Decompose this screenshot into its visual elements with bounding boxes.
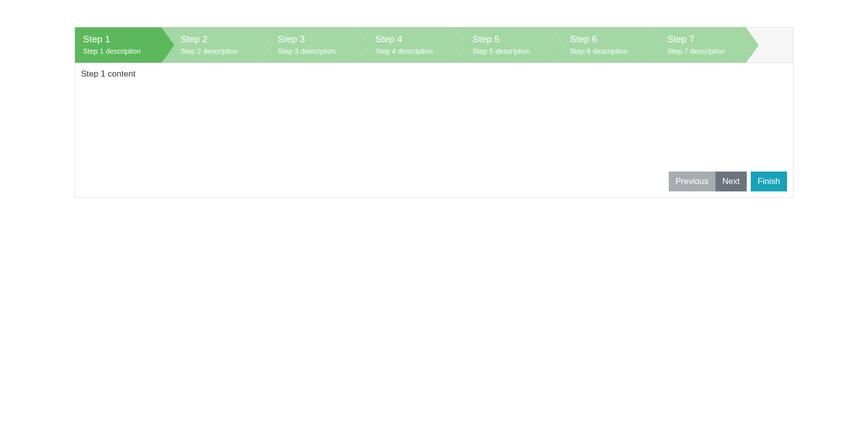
step-title: Step 7 bbox=[667, 33, 739, 46]
next-button[interactable]: Next bbox=[715, 172, 747, 191]
step-title: Step 1 bbox=[83, 33, 155, 46]
prev-next-group: Previous Next bbox=[669, 172, 747, 191]
step-title: Step 6 bbox=[570, 33, 641, 46]
wizard-buttons: Previous Next Finish bbox=[75, 172, 793, 197]
wizard-container: Step 1 Step 1 description Step 2 Step 2 … bbox=[75, 27, 793, 198]
wizard-step-1[interactable]: Step 1 Step 1 description bbox=[75, 27, 161, 63]
step-description: Step 6 description bbox=[570, 46, 641, 57]
step-description: Step 1 description bbox=[83, 46, 155, 57]
wizard-step-7[interactable]: Step 7 Step 7 description bbox=[648, 27, 746, 63]
wizard-content: Step 1 content bbox=[75, 63, 793, 172]
step-description: Step 4 description bbox=[375, 46, 447, 57]
wizard-step-3[interactable]: Step 3 Step 3 description bbox=[259, 27, 356, 63]
wizard-step-6[interactable]: Step 6 Step 6 description bbox=[551, 27, 648, 63]
wizard-steps: Step 1 Step 1 description Step 2 Step 2 … bbox=[75, 27, 793, 63]
step-description: Step 5 description bbox=[473, 46, 544, 57]
wizard-step-5[interactable]: Step 5 Step 5 description bbox=[454, 27, 551, 63]
previous-button[interactable]: Previous bbox=[669, 172, 715, 191]
step-title: Step 3 bbox=[278, 33, 349, 46]
wizard-step-4[interactable]: Step 4 Step 4 description bbox=[356, 27, 454, 63]
finish-button[interactable]: Finish bbox=[751, 172, 787, 191]
step-title: Step 4 bbox=[375, 33, 447, 46]
step-title: Step 5 bbox=[473, 33, 544, 46]
step-description: Step 2 description bbox=[180, 46, 252, 57]
wizard-step-2[interactable]: Step 2 Step 2 description bbox=[161, 27, 259, 63]
step-description: Step 3 description bbox=[278, 46, 349, 57]
step-description: Step 7 description bbox=[667, 46, 739, 57]
step-title: Step 2 bbox=[180, 33, 252, 46]
